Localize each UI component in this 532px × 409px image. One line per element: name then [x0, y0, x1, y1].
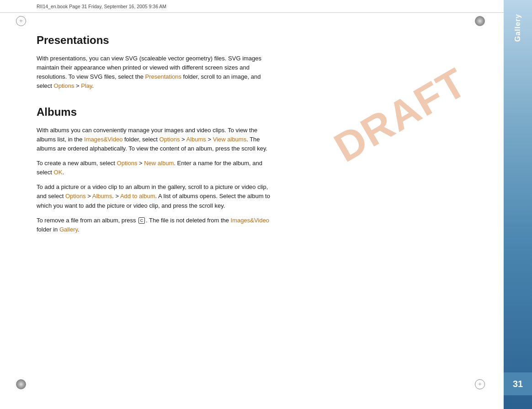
c-icon: C [138, 217, 145, 224]
presentations-title: Presentations [37, 32, 476, 48]
play-link: Play [81, 82, 92, 89]
content-body: Presentations With presentations, you ca… [37, 32, 476, 234]
page-container: RII14_en.book Page 31 Friday, September … [0, 0, 532, 409]
imagesvideo-link-2: Images&Video [231, 217, 269, 224]
albums-link-1: Albums [186, 136, 206, 143]
view-albums-link: View albums [213, 136, 246, 143]
presentations-link: Presentations [145, 73, 181, 80]
albums-link-2: Albums [92, 193, 112, 199]
albums-title: Albums [37, 104, 476, 120]
page-number: 31 [504, 372, 532, 395]
albums-paragraph-4: To remove a file from an album, press C.… [37, 216, 274, 234]
gallery-link: Gallery [59, 226, 78, 233]
imagesvideo-link-1: Images&Video [84, 136, 122, 143]
albums-paragraph-2: To create a new album, select Options > … [37, 159, 274, 177]
new-album-link: New album [144, 160, 174, 167]
main-content: Presentations With presentations, you ca… [0, 0, 504, 409]
options-link-1: Options [54, 82, 74, 89]
albums-paragraph-1: With albums you can conveniently manage … [37, 126, 274, 153]
ok-link: OK [54, 169, 63, 176]
albums-paragraph-3: To add a picture or a video clip to an a… [37, 183, 274, 210]
presentations-paragraph-1: With presentations, you can view SVG (sc… [37, 54, 274, 91]
options-link-3: Options [117, 160, 138, 167]
options-link-4: Options [65, 193, 86, 199]
options-link-2: Options [160, 136, 180, 143]
sidebar-tab-label: Gallery [514, 14, 522, 42]
add-to-album-link: Add to album [120, 193, 155, 199]
right-sidebar: Gallery 31 [504, 0, 532, 409]
